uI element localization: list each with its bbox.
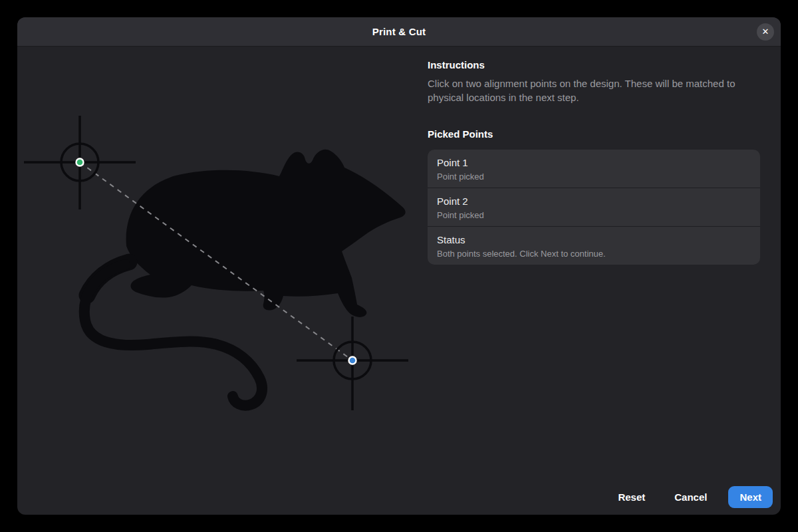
status-title: Status — [437, 233, 751, 247]
dialog-body: Instructions Click on two alignment poin… — [17, 47, 781, 515]
design-preview-svg — [17, 47, 428, 515]
status-text: Both points selected. Click Next to cont… — [437, 248, 751, 259]
point-1-dot — [76, 159, 84, 166]
print-and-cut-dialog: Print & Cut ✕ — [17, 17, 781, 515]
dialog-header: Print & Cut ✕ — [17, 17, 781, 47]
design-canvas[interactable] — [17, 47, 428, 515]
dialog-title: Print & Cut — [372, 26, 426, 37]
crosshair-marker-2[interactable] — [297, 317, 408, 410]
picked-points-list: Point 1 Point picked Point 2 Point picke… — [428, 150, 760, 265]
point-2-status: Point picked — [437, 209, 751, 221]
side-panel: Instructions Click on two alignment poin… — [428, 47, 781, 515]
cancel-button[interactable]: Cancel — [666, 486, 715, 508]
point-1-row: Point 1 Point picked — [428, 150, 760, 188]
reset-button[interactable]: Reset — [610, 486, 653, 508]
dialog-footer: Reset Cancel Next — [610, 486, 773, 508]
picked-points-heading: Picked Points — [428, 128, 760, 140]
close-button[interactable]: ✕ — [757, 23, 774, 41]
point-1-status: Point picked — [437, 171, 751, 182]
point-1-title: Point 1 — [437, 156, 751, 170]
next-button[interactable]: Next — [728, 486, 773, 508]
close-icon: ✕ — [762, 27, 769, 37]
status-row: Status Both points selected. Click Next … — [428, 226, 760, 265]
point-2-row: Point 2 Point picked — [428, 188, 760, 226]
instructions-heading: Instructions — [428, 59, 760, 70]
point-2-dot — [349, 357, 356, 364]
mouse-silhouette — [126, 150, 406, 317]
instructions-text: Click on two alignment points on the des… — [428, 76, 760, 104]
point-2-title: Point 2 — [437, 194, 751, 208]
crosshair-marker-1[interactable] — [24, 116, 136, 209]
